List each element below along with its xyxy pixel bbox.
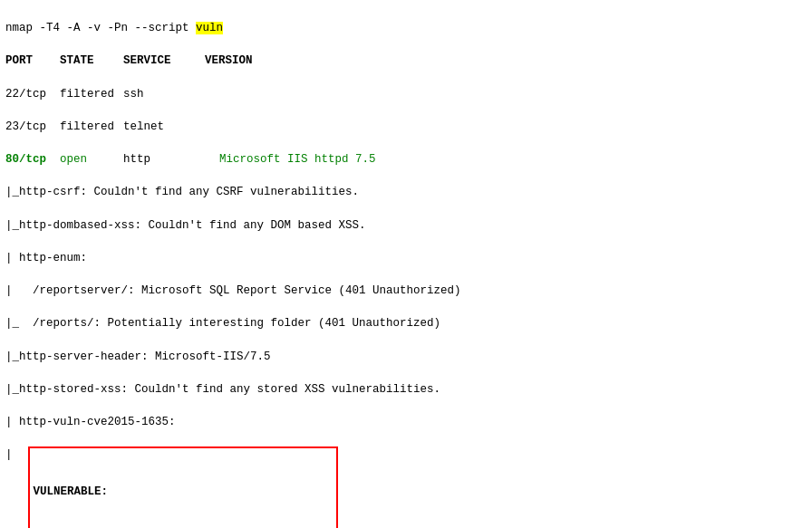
command-text: nmap -T4 -A -v -Pn --script [5, 22, 196, 34]
http-enum: | http-enum: [5, 250, 807, 266]
http-csrf: |_http-csrf: Couldn't find any CSRF vuln… [5, 184, 807, 200]
col-version-label: VERSION [205, 53, 253, 69]
col-port-label: PORT [5, 53, 60, 69]
http-enum-report: | /reportserver/: Microsoft SQL Report S… [5, 283, 807, 299]
vuln1-box: VULNERABLE: Remote Code Execution in HTT… [28, 446, 338, 528]
port-22-row: 22/tcpfilteredssh [5, 86, 807, 102]
terminal-output: nmap -T4 -A -v -Pn --script vuln PORTSTA… [0, 0, 812, 528]
port-23-row: 23/tcpfilteredtelnet [5, 119, 807, 135]
http-server-header: |_http-server-header: Microsoft-IIS/7.5 [5, 349, 807, 365]
vuln1-pipe: | [5, 446, 26, 463]
port-header-row: PORTSTATESERVICEVERSION [5, 53, 807, 69]
vuln1-title: VULNERABLE: [34, 484, 333, 500]
http-stored-xss: |_http-stored-xss: Couldn't find any sto… [5, 381, 807, 398]
vuln1-section: | VULNERABLE: Remote Code Execution in H… [5, 446, 807, 528]
col-state-label: STATE [60, 53, 123, 69]
http-vuln-header: | http-vuln-cve2015-1635: [5, 414, 807, 430]
command-line: nmap -T4 -A -v -Pn --script vuln [5, 20, 807, 36]
http-dombased: |_http-dombased-xss: Couldn't find any D… [5, 217, 807, 234]
http-enum-reports: |_ /reports/: Potentially interesting fo… [5, 315, 807, 331]
command-highlight: vuln [196, 22, 223, 34]
col-service-label: SERVICE [123, 53, 205, 69]
port-80-row: 80/tcpopenhttpMicrosoft IIS httpd 7.5 [5, 151, 807, 168]
